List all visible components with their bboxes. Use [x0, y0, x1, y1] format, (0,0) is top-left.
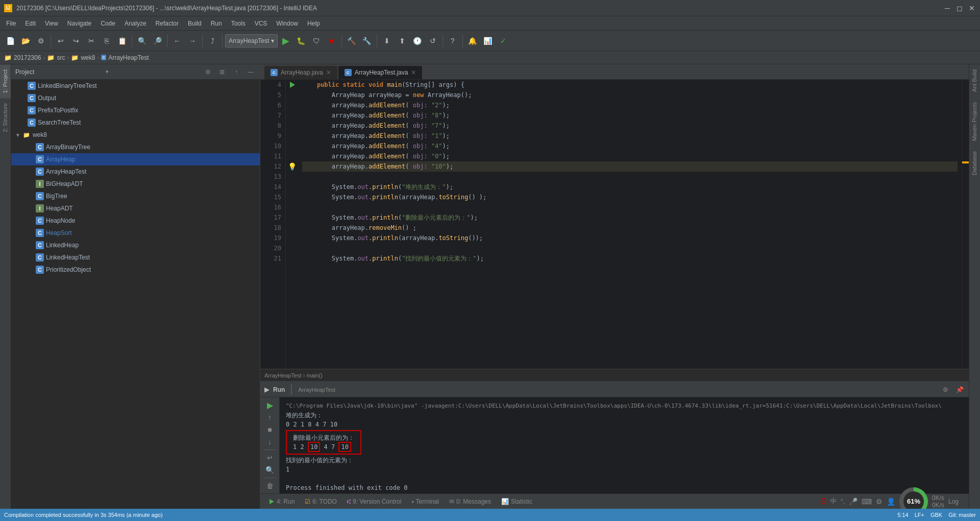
run-scroll-down-button[interactable]: ↓ [263, 436, 277, 447]
toolbar-find-button[interactable]: 🔍 [135, 34, 149, 48]
run-button[interactable]: ▶ [279, 34, 293, 48]
menu-tools[interactable]: Tools [227, 18, 250, 29]
breadcrumb-root[interactable]: 📁 20172306 [4, 54, 41, 61]
toolbar-success-button[interactable]: ✓ [496, 34, 510, 48]
tree-item-HeapSort[interactable]: C HeapSort [11, 227, 260, 239]
tree-item-LinkedBinaryTreeTest[interactable]: C LinkedBinaryTreeTest [11, 80, 260, 92]
run-config-label: ArrayHeapTest ▾ [229, 37, 274, 44]
tree-item-HeapNode[interactable]: C HeapNode [11, 215, 260, 227]
tree-item-HeapADT[interactable]: I HeapADT [11, 202, 260, 215]
toolbar-new-button[interactable]: 📄 [3, 34, 17, 48]
panel-gear-icon[interactable]: ⚙ [203, 67, 213, 77]
menu-run[interactable]: Run [207, 18, 226, 29]
menu-code[interactable]: Code [96, 18, 119, 29]
breadcrumb-wek8[interactable]: 📁 wek8 [71, 54, 95, 61]
bottom-tab-statistic[interactable]: 📊 Statistic [497, 495, 536, 508]
run-with-coverage-button[interactable]: 🛡 [309, 34, 324, 48]
sidebar-item-ant-build[interactable]: Ant Build [969, 64, 980, 97]
bottom-tab-run[interactable]: 4: Run [264, 495, 299, 508]
run-config-dropdown[interactable]: ArrayHeapTest ▾ [225, 34, 278, 48]
run-settings-icon[interactable]: ⚙ [940, 385, 950, 395]
breadcrumb-src[interactable]: 📁 src [47, 54, 65, 61]
toolbar-paste-button[interactable]: 📋 [115, 34, 129, 48]
toolbar-back-button[interactable]: ← [170, 34, 184, 48]
tab-ArrayHeapTest[interactable]: C ArrayHeapTest.java ✕ [338, 66, 423, 79]
toolbar-forward-button[interactable]: → [185, 34, 200, 48]
tree-item-wek8[interactable]: ▼ 📁 wek8 [11, 129, 260, 141]
toolbar-vcs-revert-button[interactable]: ↺ [426, 34, 440, 48]
menu-analyze[interactable]: Analyze [120, 18, 151, 29]
toolbar-cut-button[interactable]: ✂ [84, 34, 99, 48]
sidebar-item-structure[interactable]: 2: Structure [0, 98, 11, 137]
tab-close-icon[interactable]: ✕ [411, 69, 416, 76]
sidebar-item-project[interactable]: 1: Project [0, 64, 11, 98]
toolbar-undo-button[interactable]: ↩ [54, 34, 68, 48]
toolbar-vcs-commit-button[interactable]: ⬆ [395, 34, 409, 48]
menu-edit[interactable]: Edit [21, 18, 40, 29]
tree-item-PrefixToPostfix[interactable]: C PrefixToPostfix [11, 104, 260, 116]
cursor-position[interactable]: 5:14 [897, 512, 908, 518]
minimize-button[interactable]: ─ [943, 4, 951, 12]
run-tab-label[interactable]: Run [273, 386, 285, 393]
run-clear-button[interactable]: 🗑 [263, 480, 277, 491]
toolbar-redo-button[interactable]: ↪ [69, 34, 83, 48]
code-area[interactable]: public static void main(String[] args) {… [298, 80, 962, 369]
run-stop-button[interactable]: ■ [263, 424, 277, 435]
run-pin-icon[interactable]: 📌 [954, 385, 965, 395]
git-branch[interactable]: Git: master [948, 512, 976, 518]
run-wrap-button[interactable]: ↵ [263, 452, 277, 463]
tree-item-SearchTreeTest[interactable]: C SearchTreeTest [11, 116, 260, 129]
tree-item-ArrayHeap[interactable]: C ArrayHeap [11, 153, 260, 165]
sidebar-item-database[interactable]: Database [969, 146, 980, 180]
tree-item-LinkedHeap[interactable]: C LinkedHeap [11, 239, 260, 251]
debug-button[interactable]: 🐛 [294, 34, 308, 48]
toolbar-help-button[interactable]: ? [446, 34, 460, 48]
menu-view[interactable]: View [41, 18, 62, 29]
bottom-tab-terminal[interactable]: ▪ Terminal [407, 495, 443, 508]
menu-refactor[interactable]: Refactor [152, 18, 183, 29]
class-icon: C [28, 106, 36, 114]
toolbar-vcs-history-button[interactable]: 🕐 [410, 34, 425, 48]
bottom-tab-messages[interactable]: ✉ 0: Messages [445, 495, 495, 508]
toolbar-nav-button[interactable]: ⤴ [205, 34, 219, 48]
sidebar-item-maven[interactable]: Maven Projects [969, 97, 980, 146]
menu-file[interactable]: File [2, 18, 20, 29]
tree-item-LinkedHeapTest[interactable]: C LinkedHeapTest [11, 251, 260, 264]
run-filter-button[interactable]: 🔍 [263, 464, 277, 476]
toolbar-settings-button[interactable]: ⚙ [34, 34, 48, 48]
toolbar-rebuild-button[interactable]: 🔧 [360, 34, 374, 48]
menu-help[interactable]: Help [303, 18, 324, 29]
menu-vcs[interactable]: VCS [251, 18, 272, 29]
panel-layout-icon[interactable]: ⊞ [217, 67, 227, 77]
panel-hide-icon[interactable]: — [246, 67, 256, 77]
menu-window[interactable]: Window [272, 18, 302, 29]
toolbar-build-button[interactable]: 🔨 [345, 34, 359, 48]
menu-build[interactable]: Build [184, 18, 206, 29]
bottom-tab-todo[interactable]: ☑ 6: TODO [301, 495, 341, 508]
tree-item-BiGHeapADT[interactable]: I BiGHeapADT [11, 178, 260, 190]
file-encoding[interactable]: GBK [930, 512, 942, 518]
toolbar-find-usages-button[interactable]: 🔎 [150, 34, 164, 48]
tree-item-ArrayHeapTest[interactable]: C ArrayHeapTest [11, 165, 260, 178]
tree-item-ArrayBinaryTree[interactable]: C ArrayBinaryTree [11, 141, 260, 153]
toolbar-vcs-update-button[interactable]: ⬇ [380, 34, 394, 48]
breadcrumb-file[interactable]: C ArrayHeapTest [101, 54, 149, 61]
stop-button[interactable]: ■ [325, 34, 339, 48]
toolbar-notifications-button[interactable]: 🔔 [465, 34, 480, 48]
bottom-tab-version-control[interactable]: ⑆ 9: Version Control [343, 495, 405, 508]
menu-navigate[interactable]: Navigate [63, 18, 95, 29]
run-play-button[interactable]: ▶ [263, 399, 277, 411]
toolbar-events-button[interactable]: 📊 [481, 34, 495, 48]
close-button[interactable]: ✕ [968, 4, 976, 12]
tree-item-BigTree[interactable]: C BigTree [11, 190, 260, 202]
toolbar-copy-button[interactable]: ⎘ [100, 34, 114, 48]
toolbar-open-button[interactable]: 📂 [18, 34, 33, 48]
tree-item-Output[interactable]: C Output [11, 92, 260, 104]
tree-item-PrioritizedObject[interactable]: C PrioritizedObject [11, 264, 260, 276]
tab-close-icon[interactable]: ✕ [326, 69, 331, 76]
restore-button[interactable]: ◻ [955, 4, 964, 12]
tab-ArrayHeap[interactable]: C ArrayHeap.java ✕ [264, 66, 337, 79]
panel-collapse-icon[interactable]: ↑ [231, 67, 241, 77]
line-separator[interactable]: LF+ [915, 512, 924, 518]
run-scroll-up-button[interactable]: ↑ [263, 412, 277, 423]
